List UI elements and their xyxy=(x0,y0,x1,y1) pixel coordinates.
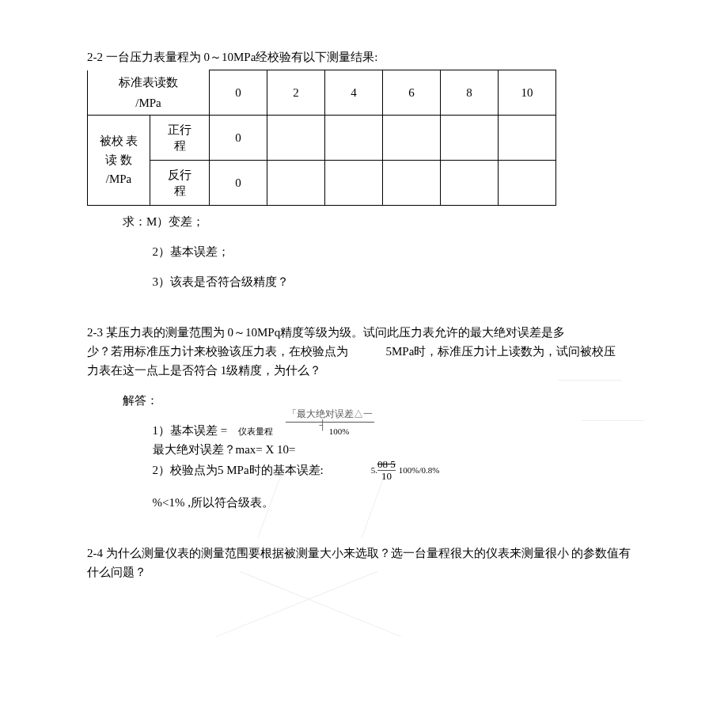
bracket-icon: ┤ xyxy=(319,418,326,433)
q23-line3d: 100%/0.8% xyxy=(399,464,440,478)
table-header-label-top: 标准表读数 xyxy=(88,70,210,93)
table-header-label-bot: /MPa xyxy=(88,93,210,116)
q23-line1a: 1）基本误差 = xyxy=(153,421,228,440)
row2-label-bot: /MPa xyxy=(106,172,132,185)
q22-ask-lead: 求：M）变差； xyxy=(87,212,657,231)
q23-line1b: 仪表量程 xyxy=(238,426,273,436)
q22-ask3: 3）该表是否符合级精度？ xyxy=(87,272,657,291)
q23-line1: 1）基本误差 = 「最大绝对误差△一 仪表量程 ┤ 100% xyxy=(87,421,657,440)
sub-backward-top: 反行 xyxy=(150,160,210,183)
q24-p1: 2-4 为什么测量仪表的测量范围要根据被测量大小来选取？选一台量程很大的仪表来测… xyxy=(87,544,657,563)
table-col-4: 8 xyxy=(441,70,499,116)
q23-frac: 08 5 10 xyxy=(377,459,396,483)
backward-0: 0 xyxy=(210,160,267,205)
table-col-3: 6 xyxy=(383,70,441,116)
q23-line4: %<1% ,所以符合级表。 xyxy=(87,493,657,512)
table-col-0: 0 xyxy=(210,70,267,116)
q22-table: 标准表读数 0 2 4 6 8 10 /MPa 被校 表 读 数 /MPa 正行… xyxy=(87,70,556,206)
backward-2 xyxy=(325,160,383,205)
row2-label-top: 被校 表 xyxy=(100,135,138,147)
q24-p2: 什么问题？ xyxy=(87,563,657,582)
forward-1 xyxy=(267,115,325,160)
backward-4 xyxy=(441,160,499,205)
forward-3 xyxy=(383,115,441,160)
forward-2 xyxy=(325,115,383,160)
q23-line3b: 5. xyxy=(371,464,377,478)
q23-line2: 最大绝对误差？max= X 10= xyxy=(87,440,657,459)
q23-line3: 2）校验点为5 MPa时的基本误差: 5. 08 5 10 100%/0.8% xyxy=(87,459,657,483)
row2-label-mid: 读 数 xyxy=(105,154,132,166)
sub-backward-bot: 程 xyxy=(150,183,210,206)
q23-line3c: 08 5 xyxy=(377,458,396,470)
q23-p2a: 少？若用标准压力计来校验该压力表，在校验点为 xyxy=(87,345,348,358)
q23-p2b: 5MPa时，标准压力计上读数为，试问被校压 xyxy=(386,345,616,358)
q23-frac-top: 「最大绝对误差△一 xyxy=(286,407,374,423)
table-col-1: 2 xyxy=(267,70,325,116)
sub-forward-bot: 程 xyxy=(150,138,210,161)
q23-line3e: 10 xyxy=(377,470,396,482)
forward-4 xyxy=(441,115,499,160)
backward-5 xyxy=(499,160,556,205)
q23-line3a: 2）校验点为5 MPa时的基本误差: xyxy=(153,461,324,480)
q23-line1c: 100% xyxy=(329,425,350,439)
table-col-2: 4 xyxy=(325,70,383,116)
table-col-5: 10 xyxy=(499,70,556,116)
q22-ask2: 2）基本误差； xyxy=(87,242,657,261)
table-row2-label: 被校 表 读 数 /MPa xyxy=(88,115,150,205)
forward-5 xyxy=(499,115,556,160)
q23-p1: 2-3 某压力表的测量范围为 0～10MPq精度等级为级。试问此压力表允许的最大… xyxy=(87,323,657,342)
forward-0: 0 xyxy=(210,115,267,160)
backward-3 xyxy=(383,160,441,205)
q23-p3: 力表在这一点上是否符合 1级精度，为什么？ xyxy=(87,361,657,380)
sub-forward-top: 正行 xyxy=(150,115,210,138)
q23-p2: 少？若用标准压力计来校验该压力表，在校验点为 5MPa时，标准压力计上读数为，试… xyxy=(87,342,657,361)
q22-heading: 2-2 一台压力表量程为 0～10MPa经校验有以下测量结果: xyxy=(87,47,657,66)
backward-1 xyxy=(267,160,325,205)
